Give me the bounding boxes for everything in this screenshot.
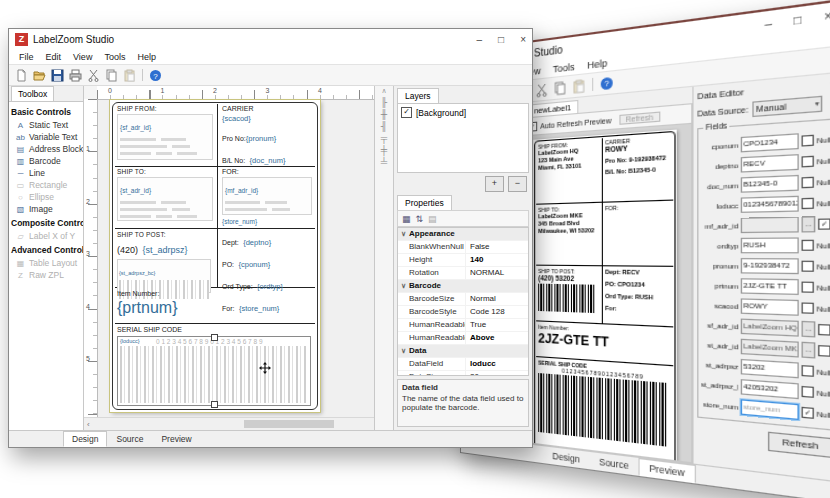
alphabetical-icon[interactable]: ⇅ [416, 214, 424, 224]
menu-item-help[interactable]: Help [581, 55, 614, 72]
toolbox-tab[interactable]: Toolbox [11, 86, 54, 101]
menu-item-tools[interactable]: Tools [98, 51, 131, 63]
menu-item-tools[interactable]: Tools [547, 59, 581, 76]
null-checkbox[interactable] [802, 177, 814, 189]
null-checkbox[interactable] [802, 282, 814, 293]
toolbox-item-image[interactable]: ▧Image [10, 203, 82, 215]
close-button[interactable]: × [520, 34, 526, 45]
close-button[interactable]: × [824, 8, 830, 23]
null-checkbox[interactable] [802, 156, 814, 168]
tab-design[interactable]: Design [63, 431, 107, 447]
prtnum-field[interactable]: {prtnum} [117, 299, 307, 317]
property-row-barcodesize[interactable]: BarcodeSizeNormal [398, 293, 528, 306]
property-category[interactable]: ∨Barcode [398, 280, 528, 293]
property-row-humanreadableen[interactable]: HumanReadableEnTrue [398, 319, 528, 332]
minimize-button[interactable]: – [765, 16, 772, 30]
toolbox-item-static-text[interactable]: AStatic Text [10, 119, 82, 131]
property-row-height[interactable]: Height140 [398, 254, 528, 267]
save-icon[interactable] [50, 68, 65, 83]
mf-address-block[interactable]: {mf_adr_id} [222, 177, 312, 215]
property-row-datasize[interactable]: DataSize20 [398, 371, 528, 376]
field-input-cponum[interactable]: CPO1234 [741, 133, 799, 152]
null-checkbox[interactable] [818, 345, 830, 357]
bl-no-field[interactable]: {doc_num} [250, 156, 286, 165]
pro-no-field[interactable]: {pronum} [246, 134, 276, 143]
field-input-sf-adr-id[interactable]: LabelZoom HQ [741, 319, 799, 337]
field-input-deptno[interactable]: RECV [741, 154, 799, 173]
field-input-pronum[interactable]: 9-192938472 [741, 258, 799, 274]
null-checkbox[interactable] [818, 324, 830, 336]
property-category[interactable]: ∨Appearance [398, 228, 528, 241]
null-checkbox[interactable] [802, 386, 814, 398]
refresh-button[interactable]: Refresh [768, 432, 830, 459]
null-checkbox[interactable] [802, 240, 814, 251]
field-input-st-adr-id[interactable]: LabelZoom MKE [741, 339, 799, 358]
scacod-field[interactable]: {scacod} [222, 114, 314, 123]
layers-tab[interactable]: Layers [397, 88, 439, 103]
maximize-button[interactable]: □ [794, 12, 802, 27]
paste-icon[interactable] [571, 77, 587, 95]
property-row-humanreadablepo[interactable]: HumanReadablePoAbove [398, 332, 528, 345]
browse-button[interactable]: … [802, 342, 816, 359]
menu-item-view[interactable]: View [67, 51, 98, 63]
horizontal-scrollbar[interactable]: ‹ [84, 417, 374, 430]
copy-icon[interactable] [104, 68, 119, 83]
field-input-store-num[interactable]: store_num [741, 399, 799, 420]
selection-handle[interactable] [211, 334, 218, 341]
remove-layer-button[interactable]: − [508, 176, 527, 192]
properties-tab[interactable]: Properties [397, 195, 452, 210]
property-pages-icon[interactable]: ▤ [428, 214, 437, 224]
field-input-prtnum[interactable]: 2JZ-GTE TT [741, 278, 799, 295]
new-icon[interactable] [14, 68, 29, 83]
post-barcode[interactable]: {st_adrpsz_bc} [117, 259, 211, 293]
property-row-rotation[interactable]: RotationNORMAL [398, 267, 528, 280]
property-row-blankwhennull[interactable]: BlankWhenNullFalse [398, 241, 528, 254]
maximize-button[interactable]: □ [498, 34, 504, 45]
minimize-button[interactable]: – [477, 34, 483, 45]
layer-visibility-checkbox[interactable]: ✓ [401, 107, 412, 118]
loducc-barcode-selected[interactable]: {loducc} 01234567890123456789 [117, 336, 311, 406]
toolbox-item-line[interactable]: ─Line [10, 167, 82, 179]
toolbox-item-address-block[interactable]: ▤Address Block [10, 143, 82, 155]
toolbox-item-variable-text[interactable]: abVariable Text [10, 131, 82, 143]
add-layer-button[interactable]: + [485, 176, 504, 192]
open-icon[interactable] [32, 68, 47, 83]
selection-handle[interactable] [211, 401, 218, 408]
align-top-icon[interactable]: ╤ [381, 133, 387, 143]
browse-button[interactable]: … [802, 321, 816, 338]
cut-icon[interactable] [86, 68, 101, 83]
field-input-ordtyp[interactable]: RUSH [741, 237, 799, 253]
tab-preview[interactable]: Preview [152, 431, 200, 447]
sf-address-block[interactable]: {sf_adr_id} [117, 114, 213, 160]
field-input-st-adrpsz-bc[interactable]: 42053202 [741, 379, 799, 399]
tab-source[interactable]: Source [107, 431, 152, 447]
null-checkbox[interactable] [802, 198, 814, 209]
scroll-left-arrow[interactable]: ‹ [84, 420, 90, 429]
tab-design[interactable]: Design [543, 446, 589, 469]
field-input-loducc[interactable]: 01234567890123456789 [741, 196, 799, 213]
st-address-block[interactable]: {st_adr_id} [117, 177, 213, 221]
dept-field[interactable]: {deptno} [243, 238, 271, 247]
store-num-field[interactable]: {store_num} [222, 218, 314, 225]
null-checkbox[interactable]: ✓ [818, 218, 830, 229]
field-input-mf-adr-id[interactable] [741, 217, 799, 234]
post-field[interactable]: {st_adrpsz} [142, 245, 187, 255]
help-icon[interactable]: ? [599, 74, 615, 92]
label-design-page[interactable]: SHIP FROM: {sf_adr_id} CARRIER {scacod} … [110, 100, 320, 412]
field-input-doc-num[interactable]: B12345-0 [741, 175, 799, 193]
po-field[interactable]: {cponum} [239, 260, 271, 269]
align-bottom-icon[interactable]: ╧ [381, 157, 387, 167]
property-category[interactable]: ∨Data [398, 345, 528, 358]
collapse-icon[interactable]: ∧ [381, 87, 386, 95]
tab-source[interactable]: Source [589, 452, 639, 476]
field-input-st-adrpsz[interactable]: 53202 [741, 359, 799, 378]
property-row-datafield[interactable]: DataFieldloducc [398, 358, 528, 371]
menu-item-file[interactable]: File [13, 51, 40, 63]
menu-item-edit[interactable]: Edit [40, 51, 68, 63]
cut-icon[interactable] [534, 81, 549, 98]
field-input-scacod[interactable]: ROWY [741, 298, 799, 315]
align-middle-icon[interactable]: ╪ [381, 145, 387, 155]
null-checkbox[interactable] [802, 302, 814, 313]
null-checkbox[interactable] [802, 261, 814, 272]
null-checkbox[interactable]: ✓ [802, 407, 814, 419]
